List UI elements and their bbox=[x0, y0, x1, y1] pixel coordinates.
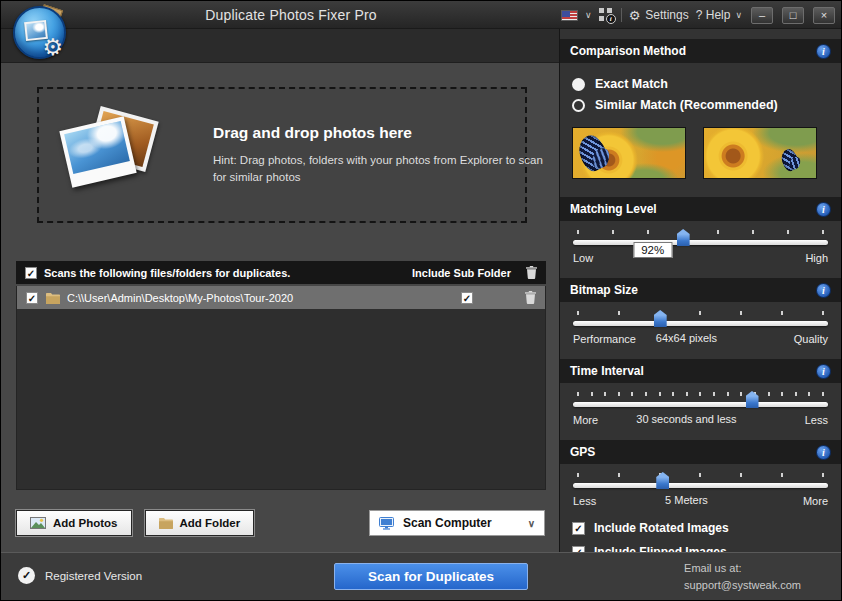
actions-bar: Add Photos Add Folder Scan Computer ∨ bbox=[16, 510, 545, 536]
file-list-header-label: Scans the following files/folders for du… bbox=[44, 267, 290, 279]
bitmap-size-slider[interactable]: Performance Quality 64x64 pixels bbox=[560, 302, 841, 349]
butterfly-shape bbox=[779, 147, 801, 173]
include-flipped-option[interactable]: Include Flipped Images bbox=[572, 545, 841, 552]
language-flag-icon[interactable] bbox=[561, 10, 578, 21]
close-button[interactable]: × bbox=[813, 7, 835, 24]
bitmap-size-header: Bitmap Size i bbox=[560, 278, 841, 302]
dropzone-hint: Hint: Drag photos, folders with your pho… bbox=[213, 152, 549, 187]
radio-similar-match[interactable]: Similar Match (Recommended) bbox=[572, 98, 829, 112]
slider-track[interactable] bbox=[573, 402, 828, 407]
titlebar: Duplicate Photos Fixer Pro ∨ i ⚙ Setting… bbox=[1, 1, 841, 29]
registered-version: ✓ Registered Version bbox=[18, 567, 142, 584]
comparison-info-icon[interactable]: i bbox=[816, 44, 831, 59]
settings-panel: Comparison Method i Exact Match Similar … bbox=[559, 29, 841, 552]
support-email: Email us at: support@systweak.com bbox=[684, 560, 801, 594]
time-interval-value: 30 seconds and less bbox=[636, 413, 736, 425]
support-email-address[interactable]: support@systweak.com bbox=[684, 577, 801, 594]
sample-images bbox=[560, 123, 841, 187]
dropdown-chevron-icon: ∨ bbox=[528, 518, 535, 529]
matching-level-info-icon[interactable]: i bbox=[816, 202, 831, 217]
add-photos-button[interactable]: Add Photos bbox=[16, 510, 132, 536]
add-folder-button[interactable]: Add Folder bbox=[145, 510, 255, 536]
titlebar-controls: ∨ i ⚙ Settings ? Help ∨ – □ × bbox=[561, 1, 835, 29]
language-chevron-icon[interactable]: ∨ bbox=[585, 10, 592, 20]
scan-target-dropdown[interactable]: Scan Computer ∨ bbox=[369, 510, 545, 536]
select-all-checkbox[interactable] bbox=[25, 267, 37, 279]
help-chevron-icon: ∨ bbox=[735, 10, 742, 20]
file-row-checkbox[interactable] bbox=[26, 292, 38, 304]
sample-image-right bbox=[703, 127, 817, 179]
gps-header: GPS i bbox=[560, 440, 841, 464]
file-row-path: C:\\User\Admin\Desktop\My-Photos\Tour-20… bbox=[67, 292, 293, 304]
butterfly-shape bbox=[575, 132, 611, 174]
settings-button[interactable]: ⚙ Settings bbox=[629, 8, 689, 23]
photos-stack-icon bbox=[57, 101, 185, 209]
left-top-strip bbox=[1, 29, 561, 63]
comparison-method-header: Comparison Method i bbox=[560, 39, 841, 63]
scan-for-duplicates-button[interactable]: Scan for Duplicates bbox=[334, 563, 528, 590]
folder-icon bbox=[46, 292, 60, 304]
titlebar-divider bbox=[621, 8, 622, 22]
delete-row-icon[interactable] bbox=[525, 291, 536, 304]
slider-track[interactable] bbox=[573, 483, 828, 488]
file-list-body: C:\\User\Admin\Desktop\My-Photos\Tour-20… bbox=[16, 286, 546, 490]
bitmap-size-info-icon[interactable]: i bbox=[816, 283, 831, 298]
sample-image-left bbox=[572, 127, 686, 179]
maximize-button[interactable]: □ bbox=[782, 7, 804, 24]
include-rotated-checkbox[interactable] bbox=[572, 522, 585, 535]
info-badge-icon: i bbox=[606, 14, 616, 24]
computer-icon bbox=[379, 517, 394, 530]
system-info-icon[interactable]: i bbox=[599, 8, 614, 22]
minimize-button[interactable]: – bbox=[751, 7, 773, 24]
time-interval-header: Time Interval i bbox=[560, 359, 841, 383]
help-label: ? Help bbox=[696, 8, 731, 22]
comparison-options: Exact Match Similar Match (Recommended) bbox=[560, 63, 841, 123]
scan-target-value: Scan Computer bbox=[403, 516, 492, 530]
footer-bar: ✓ Registered Version Scan for Duplicates… bbox=[1, 552, 841, 600]
slider-track[interactable] bbox=[573, 321, 828, 326]
gps-slider[interactable]: Less More 5 Meters bbox=[560, 464, 841, 511]
matching-level-slider[interactable]: 92% Low High bbox=[560, 221, 841, 268]
left-panel: Drag and drop photos here Hint: Drag pho… bbox=[1, 63, 561, 552]
registered-check-icon: ✓ bbox=[18, 567, 35, 584]
delete-all-icon[interactable] bbox=[526, 266, 537, 279]
include-sub-folder-label: Include Sub Folder bbox=[412, 267, 511, 279]
gps-info-icon[interactable]: i bbox=[816, 445, 831, 460]
folder-icon bbox=[159, 517, 173, 529]
photo-icon bbox=[30, 517, 46, 529]
help-button[interactable]: ? Help ∨ bbox=[696, 8, 742, 22]
settings-label: Settings bbox=[645, 8, 688, 22]
file-list-header: Scans the following files/folders for du… bbox=[16, 261, 546, 284]
radio-icon[interactable] bbox=[572, 78, 585, 91]
file-row[interactable]: C:\\User\Admin\Desktop\My-Photos\Tour-20… bbox=[17, 286, 545, 309]
radio-icon[interactable] bbox=[572, 99, 585, 112]
radio-exact-match[interactable]: Exact Match bbox=[572, 77, 829, 91]
matching-level-header: Matching Level i bbox=[560, 197, 841, 221]
time-interval-slider[interactable]: More Less 30 seconds and less bbox=[560, 383, 841, 430]
file-list: Scans the following files/folders for du… bbox=[16, 261, 546, 490]
app-title: Duplicate Photos Fixer Pro bbox=[205, 7, 377, 23]
time-interval-info-icon[interactable]: i bbox=[816, 364, 831, 379]
dropzone[interactable]: Drag and drop photos here Hint: Drag pho… bbox=[37, 87, 527, 223]
include-sub-folder-checkbox[interactable] bbox=[461, 292, 473, 304]
dropzone-title: Drag and drop photos here bbox=[213, 124, 549, 142]
matching-level-value: 92% bbox=[633, 242, 672, 258]
registered-label: Registered Version bbox=[45, 570, 142, 582]
slider-track[interactable] bbox=[573, 240, 828, 245]
bitmap-size-value: 64x64 pixels bbox=[656, 332, 717, 344]
gear-icon: ⚙ bbox=[629, 8, 641, 23]
app-logo: ⚙ bbox=[12, 5, 67, 60]
logo-gear-icon: ⚙ bbox=[42, 36, 63, 59]
include-rotated-option[interactable]: Include Rotated Images bbox=[572, 521, 841, 535]
gps-value: 5 Meters bbox=[665, 494, 708, 506]
app-window: Duplicate Photos Fixer Pro ∨ i ⚙ Setting… bbox=[0, 0, 842, 601]
